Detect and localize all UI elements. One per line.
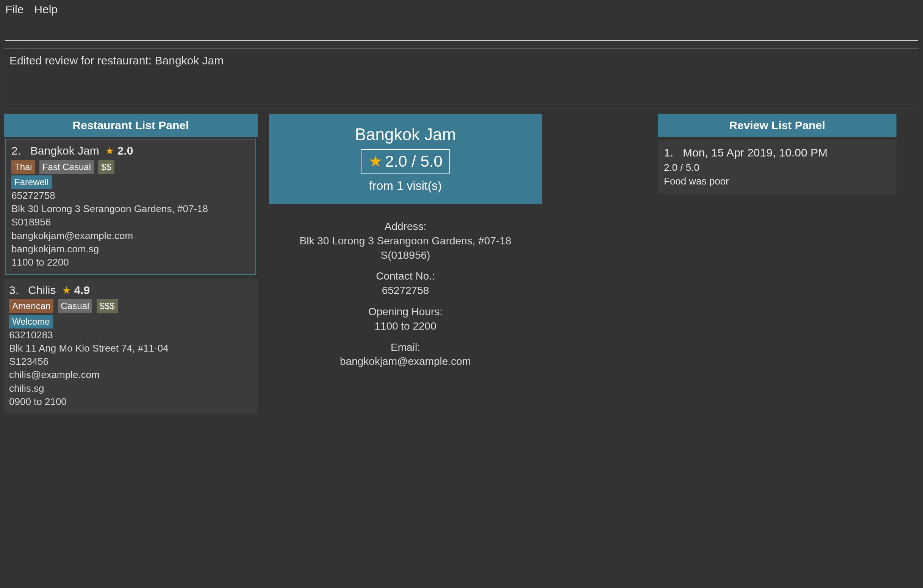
restaurant-rating: 2.0	[117, 145, 133, 157]
address-line1: Blk 30 Lorong 3 Serangoon Gardens, #07-1…	[277, 234, 534, 248]
review-card[interactable]: 1. Mon, 15 Apr 2019, 10.00 PM 2.0 / 5.0 …	[658, 140, 897, 194]
restaurant-phone: 65272758	[11, 189, 250, 202]
restaurant-title: 2. Bangkok Jam ★ 2.0	[11, 143, 250, 159]
result-display: Edited review for restaurant: Bangkok Ja…	[4, 49, 919, 108]
review-list-header: Review List Panel	[658, 114, 897, 137]
review-index: 1.	[664, 146, 673, 159]
star-icon: ★	[368, 153, 383, 169]
menu-help[interactable]: Help	[34, 3, 57, 16]
command-bar	[0, 20, 923, 43]
restaurant-hours: 1100 to 2200	[11, 256, 250, 269]
restaurant-list-panel: Restaurant List Panel 2. Bangkok Jam ★ 2…	[4, 114, 258, 433]
restaurant-website: bangkokjam.com.sg	[11, 243, 250, 256]
result-message: Edited review for restaurant: Bangkok Ja…	[10, 54, 223, 67]
restaurant-website: chilis.sg	[9, 382, 252, 395]
address-label: Address:	[277, 219, 534, 234]
hours-label: Opening Hours:	[277, 305, 534, 319]
command-input[interactable]	[5, 20, 918, 41]
restaurant-index: 3.	[9, 284, 18, 296]
review-rating: 2.0 / 5.0	[664, 161, 890, 174]
tag-cuisine: American	[9, 299, 53, 313]
restaurant-card[interactable]: 2. Bangkok Jam ★ 2.0 Thai Fast Casual $$…	[5, 139, 256, 275]
menubar: File Help	[0, 0, 923, 20]
main-columns: Restaurant List Panel 2. Bangkok Jam ★ 2…	[0, 108, 923, 433]
restaurant-name: Chilis	[28, 284, 56, 296]
review-text: Food was poor	[664, 174, 890, 188]
email-value: bangkokjam@example.com	[277, 354, 534, 369]
tag-cuisine: Thai	[11, 160, 35, 174]
tag-style: Casual	[58, 299, 92, 313]
restaurant-address: Blk 30 Lorong 3 Serangoon Gardens, #07-1…	[11, 202, 250, 215]
detail-body: Address: Blk 30 Lorong 3 Serangoon Garde…	[269, 204, 542, 376]
address-line2: S(018956)	[277, 248, 534, 263]
detail-hero: Bangkok Jam ★ 2.0 / 5.0 from 1 visit(s)	[269, 114, 542, 204]
star-icon: ★	[105, 145, 114, 158]
review-date: Mon, 15 Apr 2019, 10.00 PM	[683, 146, 828, 159]
restaurant-postal: S123456	[9, 355, 252, 368]
star-icon: ★	[62, 284, 71, 297]
restaurant-title: 3. Chilis ★ 4.9	[9, 283, 252, 298]
tag-occasion: Welcome	[9, 315, 53, 328]
restaurant-tags: Thai Fast Casual $$ Farewell	[11, 160, 250, 189]
restaurant-hours: 0900 to 2100	[9, 395, 252, 408]
detail-rating-box: ★ 2.0 / 5.0	[361, 149, 450, 174]
tag-price: $$	[98, 160, 115, 174]
tag-style: Fast Casual	[39, 160, 94, 174]
review-list-panel: Review List Panel 1. Mon, 15 Apr 2019, 1…	[658, 114, 897, 433]
tag-price: $$$	[97, 299, 118, 313]
restaurant-name: Bangkok Jam	[30, 145, 99, 157]
detail-rating: 2.0 / 5.0	[385, 152, 443, 171]
restaurant-phone: 63210283	[9, 328, 252, 342]
restaurant-email: bangkokjam@example.com	[11, 229, 250, 243]
contact-label: Contact No.:	[277, 269, 534, 283]
tag-occasion: Farewell	[11, 176, 52, 189]
contact-value: 65272758	[277, 283, 534, 298]
restaurant-index: 2.	[11, 145, 21, 157]
restaurant-list: 2. Bangkok Jam ★ 2.0 Thai Fast Casual $$…	[4, 137, 258, 433]
detail-name: Bangkok Jam	[277, 125, 534, 144]
email-label: Email:	[277, 340, 534, 355]
menu-file[interactable]: File	[5, 3, 23, 16]
detail-visits: from 1 visit(s)	[277, 179, 534, 193]
restaurant-address: Blk 11 Ang Mo Kio Street 74, #11-04	[9, 342, 252, 355]
review-title: 1. Mon, 15 Apr 2019, 10.00 PM	[664, 145, 890, 161]
restaurant-tags: American Casual $$$ Welcome	[9, 299, 252, 328]
restaurant-postal: S018956	[11, 215, 250, 229]
restaurant-card[interactable]: 3. Chilis ★ 4.9 American Casual $$$ Welc…	[4, 279, 258, 414]
restaurant-rating: 4.9	[74, 284, 90, 296]
hours-value: 1100 to 2200	[277, 319, 534, 333]
restaurant-email: chilis@example.com	[9, 368, 252, 381]
restaurant-detail-panel: Bangkok Jam ★ 2.0 / 5.0 from 1 visit(s) …	[269, 114, 542, 433]
restaurant-list-header: Restaurant List Panel	[4, 114, 258, 137]
